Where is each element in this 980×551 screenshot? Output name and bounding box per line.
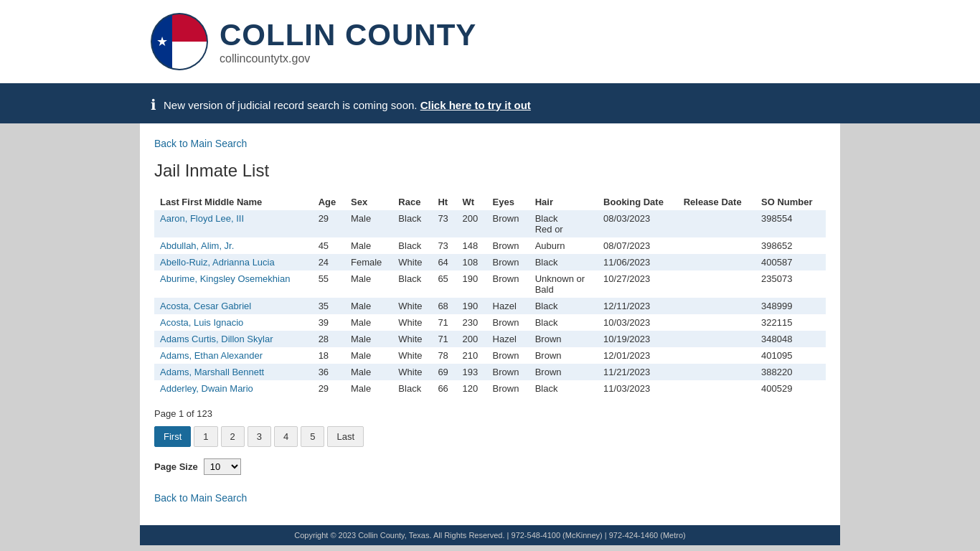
logo-circle: ★ <box>151 13 208 70</box>
cell-booking_date: 10/03/2023 <box>598 314 678 331</box>
cell-wt: 148 <box>456 237 486 254</box>
cell-wt: 190 <box>456 270 486 298</box>
cell-so_number: 401095 <box>755 347 826 364</box>
inmate-name-link[interactable]: Adams Curtis, Dillon Skylar <box>160 334 273 344</box>
table-row: Abdullah, Alim, Jr.45MaleBlack73148Brown… <box>154 237 826 254</box>
page-count-text: Page 1 of 123 <box>154 408 212 419</box>
page-size-select[interactable]: 10 25 50 100 <box>204 458 241 475</box>
cell-wt: 230 <box>456 314 486 331</box>
back-to-main-link-top[interactable]: Back to Main Search <box>154 138 247 149</box>
cell-race: White <box>392 331 432 347</box>
inmate-table: Last First Middle Name Age Sex Race Ht W… <box>154 194 826 397</box>
cell-so_number: 400529 <box>755 380 826 397</box>
table-body: Aaron, Floyd Lee, III29MaleBlack73200Bro… <box>154 210 826 397</box>
page-1-button[interactable]: 1 <box>194 426 217 447</box>
page-3-button[interactable]: 3 <box>248 426 271 447</box>
cell-eyes: Brown <box>487 380 529 397</box>
cell-age: 39 <box>313 314 345 331</box>
cell-release_date <box>678 380 755 397</box>
cell-eyes: Brown <box>487 210 529 237</box>
col-header-sex: Sex <box>345 194 392 210</box>
cell-eyes: Brown <box>487 314 529 331</box>
cell-release_date <box>678 210 755 237</box>
cell-release_date <box>678 298 755 314</box>
inmate-name-link[interactable]: Abello-Ruiz, Adrianna Lucia <box>160 257 275 268</box>
page-2-button[interactable]: 2 <box>221 426 245 447</box>
table-row: Adams, Ethan Alexander18MaleWhite78210Br… <box>154 347 826 364</box>
page-5-button[interactable]: 5 <box>301 426 324 447</box>
cell-eyes: Brown <box>487 254 529 270</box>
cell-release_date <box>678 314 755 331</box>
cell-ht: 68 <box>432 298 456 314</box>
cell-so_number: 388220 <box>755 364 826 380</box>
page-size-row: Page Size 10 25 50 100 <box>154 458 826 475</box>
header-text: COLLIN COUNTY collincountytx.gov <box>220 18 476 65</box>
inmate-name-cell: Aaron, Floyd Lee, III <box>154 210 313 237</box>
cell-race: White <box>392 298 432 314</box>
cell-ht: 65 <box>432 270 456 298</box>
inmate-name-link[interactable]: Aburime, Kingsley Osemekhian <box>160 273 290 284</box>
cell-hair: Auburn <box>529 237 598 254</box>
inmate-name-link[interactable]: Adderley, Dwain Mario <box>160 383 253 394</box>
cell-hair: Black <box>529 298 598 314</box>
inmate-name-link[interactable]: Adams, Ethan Alexander <box>160 350 263 361</box>
cell-ht: 66 <box>432 380 456 397</box>
col-header-name: Last First Middle Name <box>154 194 313 210</box>
cell-hair: Brown <box>529 331 598 347</box>
cell-release_date <box>678 270 755 298</box>
cell-booking_date: 11/21/2023 <box>598 364 678 380</box>
col-header-wt: Wt <box>456 194 486 210</box>
inmate-name-cell: Acosta, Cesar Gabriel <box>154 298 313 314</box>
cell-age: 35 <box>313 298 345 314</box>
cell-age: 55 <box>313 270 345 298</box>
page-4-button[interactable]: 4 <box>274 426 298 447</box>
cell-race: Black <box>392 210 432 237</box>
cell-booking_date: 11/03/2023 <box>598 380 678 397</box>
cell-ht: 64 <box>432 254 456 270</box>
header-row: Last First Middle Name Age Sex Race Ht W… <box>154 194 826 210</box>
cell-sex: Male <box>345 210 392 237</box>
cell-eyes: Hazel <box>487 331 529 347</box>
back-to-main-link-bottom[interactable]: Back to Main Search <box>154 492 247 504</box>
page-first-button[interactable]: First <box>154 426 191 447</box>
inmate-name-link[interactable]: Adams, Marshall Bennett <box>160 367 264 377</box>
col-header-hair: Hair <box>529 194 598 210</box>
header-inner: ★ COLLIN COUNTY collincountytx.gov <box>151 13 980 70</box>
cell-release_date <box>678 347 755 364</box>
cell-release_date <box>678 237 755 254</box>
cell-race: Black <box>392 237 432 254</box>
inmate-name-link[interactable]: Aaron, Floyd Lee, III <box>160 213 244 224</box>
flag-blue-section: ★ <box>152 14 172 69</box>
cell-age: 45 <box>313 237 345 254</box>
page-last-button[interactable]: Last <box>327 426 364 447</box>
cell-booking_date: 10/19/2023 <box>598 331 678 347</box>
footer-text: Copyright © 2023 Collin County, Texas. A… <box>294 531 685 540</box>
cell-so_number: 348999 <box>755 298 826 314</box>
cell-sex: Male <box>345 270 392 298</box>
inmate-name-link[interactable]: Acosta, Cesar Gabriel <box>160 301 251 311</box>
banner-link[interactable]: Click here to try it out <box>420 99 531 111</box>
inmate-name-link[interactable]: Acosta, Luis Ignacio <box>160 317 243 328</box>
cell-age: 29 <box>313 210 345 237</box>
cell-ht: 71 <box>432 314 456 331</box>
cell-so_number: 398652 <box>755 237 826 254</box>
cell-booking_date: 12/01/2023 <box>598 347 678 364</box>
inmate-name-cell: Aburime, Kingsley Osemekhian <box>154 270 313 298</box>
col-header-release-date: Release Date <box>678 194 755 210</box>
table-header: Last First Middle Name Age Sex Race Ht W… <box>154 194 826 210</box>
table-row: Acosta, Cesar Gabriel35MaleWhite68190Haz… <box>154 298 826 314</box>
cell-hair: Brown <box>529 364 598 380</box>
table-row: Adams, Marshall Bennett36MaleWhite69193B… <box>154 364 826 380</box>
inmate-name-link[interactable]: Abdullah, Alim, Jr. <box>160 240 234 251</box>
page-wrapper: ★ COLLIN COUNTY collincountytx.gov ℹ New… <box>0 0 980 551</box>
cell-so_number: 348048 <box>755 331 826 347</box>
cell-sex: Female <box>345 254 392 270</box>
table-row: Acosta, Luis Ignacio39MaleWhite71230Brow… <box>154 314 826 331</box>
cell-ht: 71 <box>432 331 456 347</box>
cell-ht: 73 <box>432 237 456 254</box>
cell-ht: 78 <box>432 347 456 364</box>
cell-eyes: Brown <box>487 270 529 298</box>
cell-hair: Black <box>529 380 598 397</box>
table-row: Aburime, Kingsley Osemekhian55MaleBlack6… <box>154 270 826 298</box>
cell-release_date <box>678 364 755 380</box>
